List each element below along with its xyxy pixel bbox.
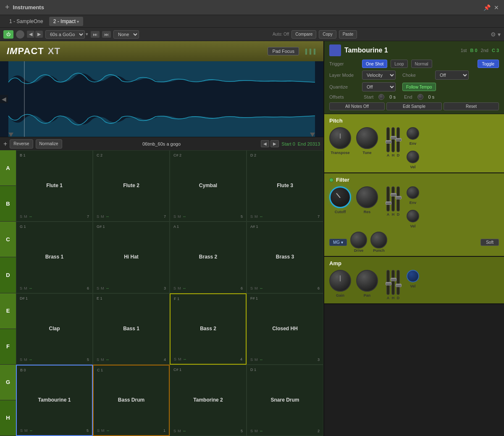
cutoff-knob[interactable]: [329, 186, 351, 208]
copy-button[interactable]: Copy: [319, 30, 336, 39]
tab-impact[interactable]: 2 - Impact ▾: [49, 17, 84, 26]
punch-knob[interactable]: [370, 232, 387, 248]
normal-button[interactable]: Normal: [411, 60, 432, 68]
pad-0[interactable]: B 1 Flute 1 S M ↔ 7: [16, 150, 93, 222]
pad-s-9[interactable]: S: [97, 358, 99, 362]
pad-link-8[interactable]: ↔: [29, 358, 33, 362]
row-label-f[interactable]: F: [0, 329, 16, 365]
pad-m-9[interactable]: M: [101, 358, 104, 362]
filter-hold-fader[interactable]: [391, 186, 395, 211]
close-icon[interactable]: ✕: [494, 4, 499, 11]
pad-5[interactable]: G# 1 Hi Hat S M ↔ 3: [93, 222, 170, 293]
send-button[interactable]: ⏭: [91, 31, 100, 38]
pad-m-0[interactable]: M: [24, 214, 27, 219]
pad-m-15[interactable]: M: [255, 429, 258, 433]
filter-env-knob[interactable]: [407, 186, 419, 199]
pad-s-2[interactable]: S: [173, 214, 176, 219]
pad-s-15[interactable]: S: [250, 429, 253, 433]
toggle-button[interactable]: Toggle: [478, 60, 499, 68]
pad-s-14[interactable]: S: [173, 429, 176, 433]
pad-s-4[interactable]: S: [20, 286, 22, 290]
paste-button[interactable]: Paste: [339, 30, 357, 39]
pad-9[interactable]: E 1 Bass 1 S M ↔ 4: [93, 293, 170, 365]
pad-s-3[interactable]: S: [250, 214, 253, 219]
pad-link-9[interactable]: ↔: [106, 358, 110, 362]
pitch-attack-fader[interactable]: [386, 127, 390, 152]
pad-m-7[interactable]: M: [255, 286, 258, 290]
follow-tempo-button[interactable]: Follow Tempo: [402, 83, 436, 91]
drive-knob[interactable]: [350, 232, 367, 248]
record-button[interactable]: [16, 30, 24, 39]
normalize-button[interactable]: Normalize: [36, 139, 62, 149]
pad-m-12[interactable]: M: [24, 428, 28, 433]
pad-m-5[interactable]: M: [101, 286, 104, 290]
wav-next-button[interactable]: ▶: [270, 140, 279, 147]
pad-s-1[interactable]: S: [97, 214, 99, 219]
filter-decay-fader[interactable]: [396, 186, 400, 211]
pitch-decay-fader[interactable]: [396, 127, 400, 152]
pitch-vel-knob[interactable]: [407, 151, 419, 163]
filter-attack-fader[interactable]: [386, 186, 390, 211]
pad-link-15[interactable]: ↔: [260, 429, 263, 433]
end-offset-knob[interactable]: [417, 94, 423, 100]
pad-m-14[interactable]: M: [178, 429, 181, 433]
pad-m-11[interactable]: M: [255, 358, 258, 362]
quantize-dropdown[interactable]: Off: [362, 82, 396, 91]
reset-button[interactable]: Reset: [444, 102, 499, 110]
send2-button[interactable]: ⏭: [102, 31, 111, 38]
amp-attack-fader[interactable]: [386, 270, 390, 295]
reverse-button[interactable]: Reverse: [10, 139, 33, 149]
start-offset-knob[interactable]: [378, 94, 384, 100]
pan-knob[interactable]: [356, 270, 378, 292]
pad-3[interactable]: D 2 Flute 3 S M ↔ 7: [247, 150, 323, 222]
pad-s-8[interactable]: S: [20, 358, 22, 362]
row-label-c[interactable]: C: [0, 222, 16, 257]
pad-s-5[interactable]: S: [97, 286, 99, 290]
filter-active-dot[interactable]: [329, 178, 333, 182]
pad-link-1[interactable]: ↔: [106, 214, 110, 219]
preset-dropdown[interactable]: 60s a GoGo: [45, 30, 85, 39]
pad-m-6[interactable]: M: [178, 286, 181, 290]
pad-link-14[interactable]: ↔: [183, 429, 186, 433]
pad-link-10[interactable]: ↔: [183, 357, 187, 361]
pitch-env-knob[interactable]: [407, 127, 419, 140]
pad-link-5[interactable]: ↔: [106, 286, 110, 290]
amp-decay-fader[interactable]: [396, 270, 400, 295]
row-label-b[interactable]: B: [0, 186, 16, 222]
pad-10[interactable]: F 1 Bass 2 S M ↔ 4: [170, 293, 247, 365]
gain-knob[interactable]: [329, 270, 351, 292]
pad-color-swatch[interactable]: [329, 44, 341, 56]
amp-hold-fader[interactable]: [391, 270, 395, 295]
choke-dropdown[interactable]: Off: [435, 70, 469, 80]
pad-m-1[interactable]: M: [101, 214, 104, 219]
filter-vel-knob[interactable]: [407, 210, 419, 222]
gear-icon[interactable]: ⚙ ▾: [491, 31, 501, 38]
pad-s-10[interactable]: S: [174, 357, 176, 361]
compare-button[interactable]: Compare: [291, 30, 316, 39]
power-button[interactable]: ⏻: [3, 30, 13, 39]
pad-m-2[interactable]: M: [178, 214, 181, 219]
tab-dropdown-icon[interactable]: ▾: [77, 19, 79, 24]
pad-link-4[interactable]: ↔: [29, 286, 33, 290]
pad-13[interactable]: C 1 Bass Drum S M ↔ 1: [93, 365, 170, 436]
filter-type-dropdown[interactable]: MG ▾: [329, 239, 347, 246]
scroll-left-icon[interactable]: ◀: [0, 95, 8, 103]
pad-link-13[interactable]: ↔: [106, 428, 110, 433]
pad-link-0[interactable]: ↔: [29, 214, 33, 219]
tune-knob[interactable]: [356, 127, 378, 149]
layer-mode-dropdown[interactable]: Velocity: [362, 70, 396, 80]
pad-focus-button[interactable]: Pad Focus: [268, 47, 299, 55]
row-label-d[interactable]: D: [0, 257, 16, 293]
pad-m-10[interactable]: M: [178, 357, 181, 361]
pad-s-0[interactable]: S: [20, 214, 22, 219]
res-knob[interactable]: [356, 186, 378, 208]
pad-1[interactable]: C 2 Flute 2 S M ↔ 7: [93, 150, 170, 222]
row-label-a[interactable]: A: [0, 150, 16, 186]
soft-button[interactable]: Soft: [480, 239, 499, 246]
pad-s-6[interactable]: S: [173, 286, 176, 290]
pad-7[interactable]: A# 1 Brass 3 S M ↔ 6: [247, 222, 323, 293]
pad-6[interactable]: A 1 Brass 2 S M ↔ 6: [170, 222, 247, 293]
pad-link-7[interactable]: ↔: [260, 286, 263, 290]
prev-button[interactable]: ◀: [27, 31, 34, 38]
loop-button[interactable]: Loop: [391, 60, 407, 68]
